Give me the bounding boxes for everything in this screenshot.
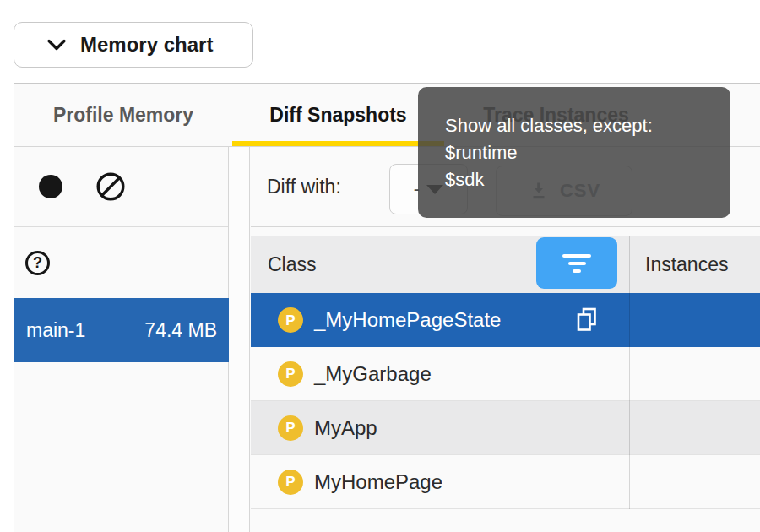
class-name: MyApp — [314, 416, 377, 440]
tab-profile-memory[interactable]: Profile Memory — [14, 84, 232, 146]
diff-with-label: Diff with: — [267, 176, 341, 198]
tooltip-line-1: Show all classes, except: — [445, 112, 730, 139]
help-button[interactable]: ? — [25, 251, 50, 275]
block-icon — [96, 172, 125, 201]
tab-diff-snapshots[interactable]: Diff Snapshots — [232, 84, 444, 146]
column-divider — [629, 236, 630, 509]
tooltip-line-3: $sdk — [445, 166, 730, 193]
class-table-rows: P _MyHomePageState P _MyGarbage P My — [251, 293, 760, 509]
column-header-instances[interactable]: Instances — [645, 236, 728, 293]
table-row-myhomepagestate[interactable]: P _MyHomePageState — [251, 293, 760, 347]
project-class-badge: P — [278, 307, 303, 333]
question-mark-icon: ? — [25, 251, 50, 275]
filter-icon — [562, 254, 591, 273]
class-filter-button[interactable] — [536, 237, 617, 289]
active-tab-underline — [232, 141, 444, 146]
column-header-class[interactable]: Class — [268, 236, 317, 293]
memory-chart-toggle-button[interactable]: Memory chart — [14, 22, 253, 68]
snapshot-size: 74.4 MB — [144, 319, 217, 342]
class-name: _MyHomePageState — [314, 308, 501, 332]
take-snapshot-button[interactable] — [39, 175, 62, 198]
filter-tooltip: Show all classes, except: $runtime $sdk — [418, 87, 730, 218]
class-name: _MyGarbage — [314, 362, 432, 386]
snapshot-help-row: ? — [14, 228, 228, 297]
project-class-badge: P — [278, 470, 303, 495]
project-class-badge: P — [278, 415, 303, 441]
memory-chart-label: Memory chart — [80, 33, 213, 57]
chevron-down-icon — [46, 39, 67, 52]
snapshot-toolbar — [14, 147, 228, 227]
record-dot-icon — [39, 175, 62, 198]
clear-snapshots-button[interactable] — [96, 172, 125, 201]
copy-icon[interactable] — [577, 307, 597, 337]
class-name: MyHomePage — [314, 470, 442, 494]
table-row-mygarbage[interactable]: P _MyGarbage — [251, 347, 760, 401]
snapshot-list-panel: ? main-1 74.4 MB — [14, 147, 229, 532]
project-class-badge: P — [278, 361, 303, 387]
table-row-myapp[interactable]: P MyApp — [251, 401, 760, 455]
tooltip-line-2: $runtime — [445, 139, 730, 166]
class-table-header: Class Instances — [251, 236, 760, 293]
snapshot-name: main-1 — [26, 319, 85, 342]
panel-splitter[interactable] — [229, 147, 250, 532]
snapshot-list-item-main-1[interactable]: main-1 74.4 MB — [14, 298, 229, 362]
memory-profiler-screen: Memory chart Profile Memory Diff Snapsho… — [0, 0, 760, 532]
table-row-myhomepage[interactable]: P MyHomePage — [251, 455, 760, 509]
